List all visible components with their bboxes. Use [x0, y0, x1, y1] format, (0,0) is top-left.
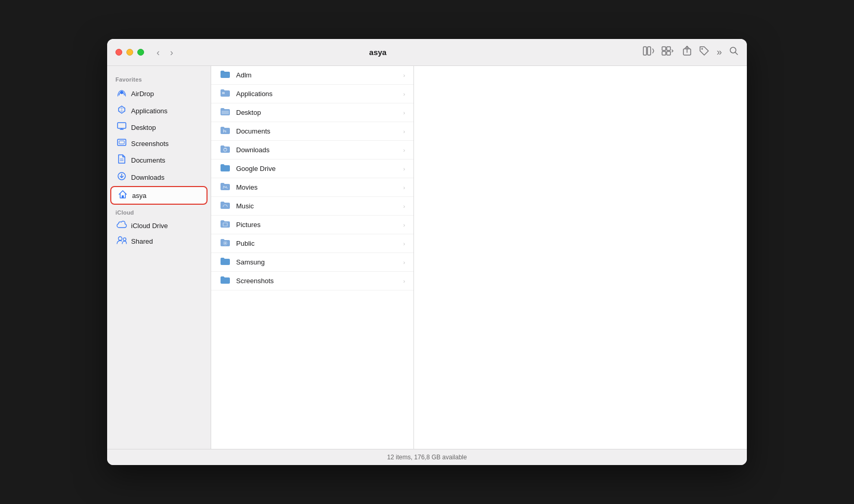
svg-point-22: [119, 237, 122, 241]
svg-point-29: [224, 242, 226, 244]
svg-line-10: [735, 52, 738, 55]
folder-icon: [219, 257, 231, 268]
favorites-label: Favorites: [107, 72, 211, 85]
file-row[interactable]: Pictures ›: [211, 216, 413, 234]
chevron-icon: ›: [403, 91, 405, 97]
applications-icon: [117, 105, 127, 116]
folder-icon: [219, 201, 231, 211]
view-options-icon[interactable]: [662, 46, 675, 58]
file-row[interactable]: Public ›: [211, 234, 413, 253]
file-name: Screenshots: [236, 277, 398, 285]
home-icon: [118, 190, 128, 201]
file-name: Desktop: [236, 109, 398, 116]
file-row[interactable]: Documents ›: [211, 122, 413, 141]
titlebar: ‹ › asya: [107, 39, 747, 66]
folder-icon: [219, 163, 231, 174]
file-row[interactable]: Downloads ›: [211, 141, 413, 160]
svg-point-8: [701, 48, 703, 50]
file-row[interactable]: Adlm ›: [211, 66, 413, 85]
applications-label: Applications: [131, 107, 167, 115]
downloads-icon: [117, 171, 127, 183]
svg-rect-21: [122, 195, 124, 198]
file-row[interactable]: Screenshots ›: [211, 272, 413, 290]
desktop-icon: [117, 122, 127, 132]
folder-icon: [219, 107, 231, 118]
chevron-icon: ›: [403, 184, 405, 191]
file-name: Samsung: [236, 258, 398, 266]
desktop-label: Desktop: [131, 124, 156, 131]
sidebar-item-asya[interactable]: asya: [110, 186, 208, 205]
icloud-label: iCloud: [107, 205, 211, 218]
chevron-icon: ›: [403, 110, 405, 116]
shared-label: Shared: [131, 237, 153, 245]
documents-icon: [117, 154, 127, 166]
file-row[interactable]: Music ›: [211, 197, 413, 216]
file-row[interactable]: Movies ›: [211, 178, 413, 197]
sidebar-item-downloads[interactable]: Downloads: [110, 169, 208, 185]
file-row[interactable]: Google Drive ›: [211, 160, 413, 178]
file-name: Documents: [236, 127, 398, 135]
file-area: Adlm › Applications › Desktop ›: [211, 66, 747, 449]
chevron-icon: ›: [403, 166, 405, 172]
folder-icon: [219, 219, 231, 230]
file-name: Adlm: [236, 71, 398, 79]
sidebar-item-shared[interactable]: Shared: [110, 233, 208, 249]
toolbar-right: »: [643, 46, 739, 59]
svg-rect-1: [648, 47, 651, 55]
sidebar-item-documents[interactable]: Documents: [110, 152, 208, 168]
chevron-icon: ›: [403, 241, 405, 247]
main-content: Favorites AirDrop: [107, 66, 747, 449]
sidebar-item-icloud-drive[interactable]: iCloud Drive: [110, 218, 208, 233]
icloud-drive-label: iCloud Drive: [131, 222, 168, 230]
statusbar: 12 items, 176,8 GB available: [107, 449, 747, 465]
svg-rect-16: [119, 141, 124, 144]
file-name: Applications: [236, 90, 398, 98]
airdrop-icon: [117, 88, 127, 99]
folder-icon: [219, 70, 231, 81]
column-view-icon[interactable]: [643, 46, 654, 58]
shared-icon: [117, 236, 127, 246]
folder-icon: [219, 275, 231, 286]
svg-rect-25: [222, 111, 229, 114]
share-icon[interactable]: [682, 46, 692, 59]
chevron-icon: ›: [403, 259, 405, 266]
sidebar-item-screenshots[interactable]: Screenshots: [110, 136, 208, 151]
icloud-icon: [117, 221, 127, 230]
chevron-icon: ›: [403, 203, 405, 209]
folder-icon: [219, 238, 231, 249]
svg-rect-12: [118, 123, 126, 128]
sidebar-item-airdrop[interactable]: AirDrop: [110, 85, 208, 102]
svg-rect-2: [662, 47, 666, 50]
downloads-label: Downloads: [131, 174, 164, 181]
file-row[interactable]: Applications ›: [211, 85, 413, 103]
screenshots-icon: [117, 138, 127, 149]
chevron-icon: ›: [403, 128, 405, 135]
file-row[interactable]: Desktop ›: [211, 103, 413, 122]
file-name: Music: [236, 202, 398, 210]
svg-rect-0: [643, 47, 646, 55]
file-name: Pictures: [236, 221, 398, 229]
status-text: 12 items, 176,8 GB available: [387, 454, 467, 461]
folder-icon: [219, 126, 231, 137]
chevron-icon: ›: [403, 72, 405, 78]
sidebar-item-applications[interactable]: Applications: [110, 102, 208, 119]
svg-rect-15: [118, 139, 126, 145]
sidebar-item-desktop[interactable]: Desktop: [110, 120, 208, 135]
window-title: asya: [119, 48, 637, 57]
svg-point-23: [123, 238, 126, 241]
screenshots-label: Screenshots: [131, 140, 169, 148]
tag-icon[interactable]: [699, 46, 709, 59]
airdrop-label: AirDrop: [131, 90, 154, 98]
svg-rect-3: [667, 47, 670, 50]
more-icon[interactable]: »: [717, 47, 722, 58]
file-name: Google Drive: [236, 165, 398, 173]
file-name: Movies: [236, 183, 398, 191]
file-row[interactable]: Samsung ›: [211, 253, 413, 272]
folder-icon: [219, 144, 231, 155]
search-icon[interactable]: [729, 46, 739, 58]
sidebar: Favorites AirDrop: [107, 66, 211, 449]
file-name: Public: [236, 240, 398, 247]
svg-rect-5: [667, 51, 670, 55]
file-column: Adlm › Applications › Desktop ›: [211, 66, 414, 449]
asya-label: asya: [132, 192, 146, 200]
